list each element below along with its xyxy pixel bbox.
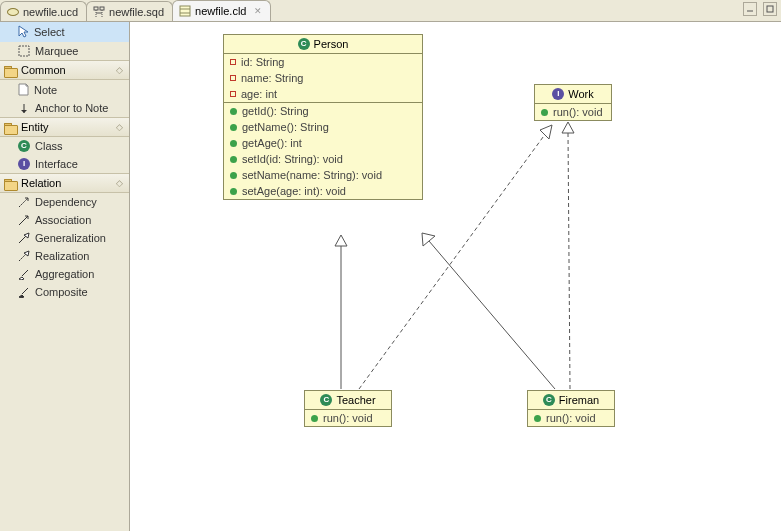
public-icon xyxy=(230,124,237,131)
attribute-row[interactable]: id: String xyxy=(224,54,422,70)
class-icon: C xyxy=(320,394,332,406)
operation-row[interactable]: getId(): String xyxy=(224,103,422,119)
close-icon[interactable]: ✕ xyxy=(254,7,262,16)
palette-drawer-common[interactable]: Common ◇ xyxy=(0,60,129,80)
aggregation-icon xyxy=(18,268,30,280)
public-icon xyxy=(230,140,237,147)
svg-rect-9 xyxy=(767,6,773,12)
tab-newfile-ucd[interactable]: newfile.ucd xyxy=(0,1,87,21)
palette-item-association[interactable]: Association xyxy=(0,211,129,229)
class-icon: C xyxy=(298,38,310,50)
composite-icon xyxy=(18,286,30,298)
folder-icon xyxy=(4,65,17,76)
minimize-button[interactable] xyxy=(743,2,757,16)
palette-item-anchor[interactable]: Anchor to Note xyxy=(0,99,129,117)
operation-row[interactable]: getName(): String xyxy=(224,119,422,135)
public-icon xyxy=(230,156,237,163)
attributes-section: id: String name: String age: int xyxy=(224,54,422,103)
palette-item-dependency[interactable]: Dependency xyxy=(0,193,129,211)
palette-item-composite[interactable]: Composite xyxy=(0,283,129,301)
interface-icon: I xyxy=(18,158,30,170)
operation-row[interactable]: setName(name: String): void xyxy=(224,167,422,183)
palette-item-realization[interactable]: Realization xyxy=(0,247,129,265)
palette: Select Marquee Common ◇ Note Anchor to N… xyxy=(0,22,130,531)
svg-marker-28 xyxy=(540,125,552,139)
maximize-button[interactable] xyxy=(763,2,777,16)
palette-item-note[interactable]: Note xyxy=(0,80,129,99)
usecase-diagram-icon xyxy=(7,8,19,16)
class-icon: C xyxy=(18,140,30,152)
palette-item-interface[interactable]: I Interface xyxy=(0,155,129,173)
palette-item-label: Interface xyxy=(35,158,78,170)
svg-marker-12 xyxy=(21,110,27,113)
attribute-row[interactable]: name: String xyxy=(224,70,422,86)
palette-item-label: Realization xyxy=(35,250,89,262)
svg-marker-30 xyxy=(562,122,574,133)
palette-item-label: Anchor to Note xyxy=(35,102,108,114)
sequence-diagram-icon xyxy=(93,6,105,18)
folder-icon xyxy=(4,178,17,189)
chevron-icon: ◇ xyxy=(116,122,123,132)
anchor-icon xyxy=(18,102,30,114)
diagram-canvas[interactable]: C Person id: String name: String age: in… xyxy=(130,22,781,531)
class-fireman[interactable]: C Fireman run(): void xyxy=(527,390,615,427)
tab-newfile-cld[interactable]: newfile.cld ✕ xyxy=(172,0,271,21)
palette-item-label: Composite xyxy=(35,286,88,298)
public-icon xyxy=(534,415,541,422)
operation-row[interactable]: run(): void xyxy=(528,410,614,426)
class-person[interactable]: C Person id: String name: String age: in… xyxy=(223,34,423,200)
tab-newfile-sqd[interactable]: newfile.sqd xyxy=(86,1,173,21)
public-icon xyxy=(311,415,318,422)
operation-row[interactable]: getAge(): int xyxy=(224,135,422,151)
palette-drawer-label: Relation xyxy=(21,177,61,189)
operation-row[interactable]: run(): void xyxy=(305,410,391,426)
svg-rect-0 xyxy=(94,7,98,10)
dependency-icon xyxy=(18,196,30,208)
class-name: Person xyxy=(314,38,349,50)
cursor-icon xyxy=(18,25,29,39)
note-icon xyxy=(18,83,29,96)
palette-drawer-entity[interactable]: Entity ◇ xyxy=(0,117,129,137)
operations-section: run(): void xyxy=(535,104,611,120)
svg-line-19 xyxy=(22,270,28,276)
svg-rect-1 xyxy=(100,7,104,10)
class-header: C Person xyxy=(224,35,422,54)
palette-select-tool[interactable]: Select xyxy=(0,22,129,42)
palette-item-label: Dependency xyxy=(35,196,97,208)
operation-row[interactable]: setId(id: String): void xyxy=(224,151,422,167)
palette-item-generalization[interactable]: Generalization xyxy=(0,229,129,247)
marquee-icon xyxy=(18,45,30,57)
palette-drawer-label: Common xyxy=(21,64,66,76)
attribute-row[interactable]: age: int xyxy=(224,86,422,102)
palette-item-class[interactable]: C Class xyxy=(0,137,129,155)
svg-line-25 xyxy=(429,241,555,389)
class-name: Work xyxy=(568,88,593,100)
palette-item-label: Aggregation xyxy=(35,268,94,280)
operations-section: run(): void xyxy=(305,410,391,426)
class-diagram-icon xyxy=(179,5,191,17)
interface-work[interactable]: I Work run(): void xyxy=(534,84,612,121)
palette-item-label: Marquee xyxy=(35,45,78,57)
private-icon xyxy=(230,59,236,65)
class-teacher[interactable]: C Teacher run(): void xyxy=(304,390,392,427)
palette-marquee-tool[interactable]: Marquee xyxy=(0,42,129,60)
tab-label: newfile.ucd xyxy=(23,6,78,18)
svg-marker-26 xyxy=(422,233,435,246)
generalization-icon xyxy=(18,232,30,244)
public-icon xyxy=(541,109,548,116)
private-icon xyxy=(230,91,236,97)
class-header: C Fireman xyxy=(528,391,614,410)
class-header: I Work xyxy=(535,85,611,104)
palette-drawer-relation[interactable]: Relation ◇ xyxy=(0,173,129,193)
operation-row[interactable]: run(): void xyxy=(535,104,611,120)
operation-row[interactable]: setAge(age: int): void xyxy=(224,183,422,199)
tab-label: newfile.cld xyxy=(195,5,246,17)
svg-rect-5 xyxy=(180,6,190,16)
tab-bar: newfile.ucd newfile.sqd newfile.cld ✕ xyxy=(0,0,781,22)
palette-item-label: Class xyxy=(35,140,63,152)
palette-item-aggregation[interactable]: Aggregation xyxy=(0,265,129,283)
class-name: Fireman xyxy=(559,394,599,406)
association-icon xyxy=(18,214,30,226)
class-icon: C xyxy=(543,394,555,406)
svg-line-15 xyxy=(19,236,26,243)
